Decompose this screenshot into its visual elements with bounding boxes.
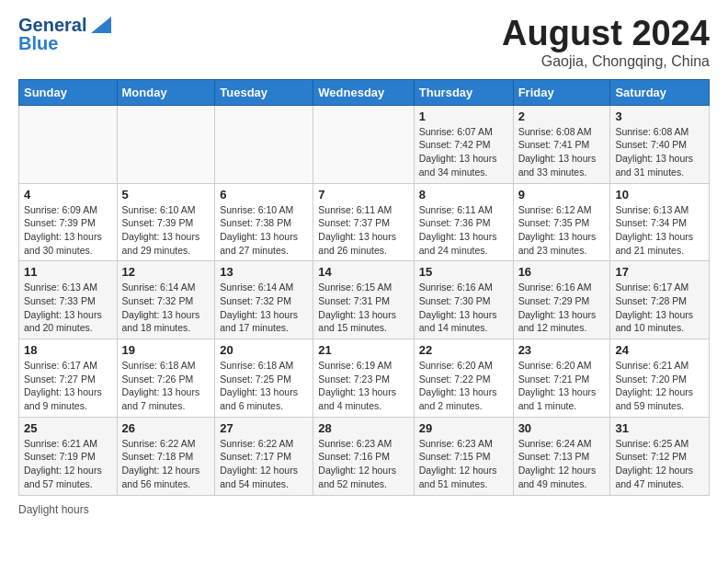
day-info: Sunrise: 6:20 AM Sunset: 7:21 PM Dayligh… xyxy=(518,359,606,413)
day-number: 8 xyxy=(419,188,508,201)
day-number: 17 xyxy=(615,265,704,279)
calendar-cell: 19Sunrise: 6:18 AM Sunset: 7:26 PM Dayli… xyxy=(117,339,215,418)
day-info: Sunrise: 6:10 AM Sunset: 7:38 PM Dayligh… xyxy=(220,203,308,258)
day-info: Sunrise: 6:14 AM Sunset: 7:32 PM Dayligh… xyxy=(220,281,308,335)
day-number: 21 xyxy=(318,343,408,357)
logo-icon xyxy=(91,17,111,33)
day-number: 9 xyxy=(518,188,606,201)
calendar-table: SundayMondayTuesdayWednesdayThursdayFrid… xyxy=(18,79,710,496)
day-number: 5 xyxy=(122,188,210,201)
calendar-cell xyxy=(117,105,215,183)
title-area: August 2024 Gaojia, Chongqing, China xyxy=(502,15,710,70)
calendar-cell: 26Sunrise: 6:22 AM Sunset: 7:18 PM Dayli… xyxy=(117,417,215,495)
calendar-cell: 30Sunrise: 6:24 AM Sunset: 7:13 PM Dayli… xyxy=(513,417,610,495)
day-number: 20 xyxy=(220,343,308,357)
calendar-week-5: 25Sunrise: 6:21 AM Sunset: 7:19 PM Dayli… xyxy=(19,417,710,495)
day-info: Sunrise: 6:18 AM Sunset: 7:25 PM Dayligh… xyxy=(220,359,308,413)
day-info: Sunrise: 6:13 AM Sunset: 7:34 PM Dayligh… xyxy=(615,203,704,258)
day-number: 14 xyxy=(318,265,408,279)
day-number: 18 xyxy=(24,343,112,357)
logo: General Blue xyxy=(18,15,111,53)
day-number: 22 xyxy=(419,343,508,357)
column-header-saturday: Saturday xyxy=(610,79,710,105)
calendar-cell: 24Sunrise: 6:21 AM Sunset: 7:20 PM Dayli… xyxy=(610,339,710,418)
logo-general: General xyxy=(18,15,86,35)
day-info: Sunrise: 6:16 AM Sunset: 7:29 PM Dayligh… xyxy=(518,281,606,335)
day-info: Sunrise: 6:20 AM Sunset: 7:22 PM Dayligh… xyxy=(419,359,508,413)
footer: Daylight hours xyxy=(18,503,710,516)
calendar-cell: 20Sunrise: 6:18 AM Sunset: 7:25 PM Dayli… xyxy=(215,339,313,418)
calendar-cell: 8Sunrise: 6:11 AM Sunset: 7:36 PM Daylig… xyxy=(414,183,513,261)
day-number: 7 xyxy=(318,188,408,201)
day-info: Sunrise: 6:15 AM Sunset: 7:31 PM Dayligh… xyxy=(318,281,408,335)
day-info: Sunrise: 6:11 AM Sunset: 7:36 PM Dayligh… xyxy=(419,203,508,258)
day-info: Sunrise: 6:25 AM Sunset: 7:12 PM Dayligh… xyxy=(615,437,704,491)
calendar-cell: 21Sunrise: 6:19 AM Sunset: 7:23 PM Dayli… xyxy=(313,339,414,418)
day-number: 6 xyxy=(220,188,308,201)
calendar-cell: 18Sunrise: 6:17 AM Sunset: 7:27 PM Dayli… xyxy=(19,339,118,418)
column-header-tuesday: Tuesday xyxy=(215,79,313,105)
day-info: Sunrise: 6:21 AM Sunset: 7:19 PM Dayligh… xyxy=(24,437,112,491)
calendar-cell: 23Sunrise: 6:20 AM Sunset: 7:21 PM Dayli… xyxy=(513,339,610,418)
day-number: 16 xyxy=(518,265,606,279)
page-title: August 2024 xyxy=(502,15,710,53)
calendar-week-4: 18Sunrise: 6:17 AM Sunset: 7:27 PM Dayli… xyxy=(19,339,710,418)
calendar-cell: 27Sunrise: 6:22 AM Sunset: 7:17 PM Dayli… xyxy=(215,417,313,495)
day-number: 1 xyxy=(419,109,508,123)
calendar-cell: 2Sunrise: 6:08 AM Sunset: 7:41 PM Daylig… xyxy=(513,105,610,183)
calendar-cell: 12Sunrise: 6:14 AM Sunset: 7:32 PM Dayli… xyxy=(117,261,215,339)
calendar-cell: 31Sunrise: 6:25 AM Sunset: 7:12 PM Dayli… xyxy=(610,417,710,495)
calendar-cell: 16Sunrise: 6:16 AM Sunset: 7:29 PM Dayli… xyxy=(513,261,610,339)
calendar-cell: 14Sunrise: 6:15 AM Sunset: 7:31 PM Dayli… xyxy=(313,261,414,339)
day-info: Sunrise: 6:17 AM Sunset: 7:27 PM Dayligh… xyxy=(24,359,112,413)
day-number: 15 xyxy=(419,265,508,279)
calendar-cell: 5Sunrise: 6:10 AM Sunset: 7:39 PM Daylig… xyxy=(117,183,215,261)
calendar-cell xyxy=(313,105,414,183)
day-info: Sunrise: 6:09 AM Sunset: 7:39 PM Dayligh… xyxy=(24,203,112,258)
svg-marker-0 xyxy=(91,17,111,33)
calendar-cell xyxy=(19,105,118,183)
calendar-cell: 9Sunrise: 6:12 AM Sunset: 7:35 PM Daylig… xyxy=(513,183,610,261)
day-info: Sunrise: 6:19 AM Sunset: 7:23 PM Dayligh… xyxy=(318,359,408,413)
calendar-cell: 11Sunrise: 6:13 AM Sunset: 7:33 PM Dayli… xyxy=(19,261,118,339)
column-header-monday: Monday xyxy=(117,79,215,105)
day-number: 26 xyxy=(122,421,210,435)
column-header-thursday: Thursday xyxy=(414,79,513,105)
day-info: Sunrise: 6:14 AM Sunset: 7:32 PM Dayligh… xyxy=(122,281,210,335)
day-info: Sunrise: 6:16 AM Sunset: 7:30 PM Dayligh… xyxy=(419,281,508,335)
calendar-cell: 7Sunrise: 6:11 AM Sunset: 7:37 PM Daylig… xyxy=(313,183,414,261)
calendar-cell: 1Sunrise: 6:07 AM Sunset: 7:42 PM Daylig… xyxy=(414,105,513,183)
day-info: Sunrise: 6:18 AM Sunset: 7:26 PM Dayligh… xyxy=(122,359,210,413)
day-number: 2 xyxy=(518,109,606,123)
day-number: 19 xyxy=(122,343,210,357)
day-info: Sunrise: 6:17 AM Sunset: 7:28 PM Dayligh… xyxy=(615,281,704,335)
column-header-wednesday: Wednesday xyxy=(313,79,414,105)
calendar-week-3: 11Sunrise: 6:13 AM Sunset: 7:33 PM Dayli… xyxy=(19,261,710,339)
day-info: Sunrise: 6:08 AM Sunset: 7:41 PM Dayligh… xyxy=(518,125,606,179)
calendar-cell: 17Sunrise: 6:17 AM Sunset: 7:28 PM Dayli… xyxy=(610,261,710,339)
day-number: 12 xyxy=(122,265,210,279)
day-info: Sunrise: 6:07 AM Sunset: 7:42 PM Dayligh… xyxy=(419,125,508,179)
calendar-cell: 13Sunrise: 6:14 AM Sunset: 7:32 PM Dayli… xyxy=(215,261,313,339)
day-info: Sunrise: 6:08 AM Sunset: 7:40 PM Dayligh… xyxy=(615,125,704,179)
day-number: 11 xyxy=(24,265,112,279)
calendar-cell: 28Sunrise: 6:23 AM Sunset: 7:16 PM Dayli… xyxy=(313,417,414,495)
calendar-week-1: 1Sunrise: 6:07 AM Sunset: 7:42 PM Daylig… xyxy=(19,105,710,183)
day-number: 25 xyxy=(24,421,112,435)
calendar-cell: 22Sunrise: 6:20 AM Sunset: 7:22 PM Dayli… xyxy=(414,339,513,418)
calendar-cell: 4Sunrise: 6:09 AM Sunset: 7:39 PM Daylig… xyxy=(19,183,118,261)
calendar-cell: 25Sunrise: 6:21 AM Sunset: 7:19 PM Dayli… xyxy=(19,417,118,495)
day-info: Sunrise: 6:13 AM Sunset: 7:33 PM Dayligh… xyxy=(24,281,112,335)
day-info: Sunrise: 6:11 AM Sunset: 7:37 PM Dayligh… xyxy=(318,203,408,258)
day-number: 28 xyxy=(318,421,408,435)
day-info: Sunrise: 6:12 AM Sunset: 7:35 PM Dayligh… xyxy=(518,203,606,258)
calendar-cell: 29Sunrise: 6:23 AM Sunset: 7:15 PM Dayli… xyxy=(414,417,513,495)
day-number: 3 xyxy=(615,109,704,123)
day-number: 10 xyxy=(615,188,704,201)
day-info: Sunrise: 6:22 AM Sunset: 7:17 PM Dayligh… xyxy=(220,437,308,491)
page-subtitle: Gaojia, Chongqing, China xyxy=(502,53,710,70)
calendar-cell: 3Sunrise: 6:08 AM Sunset: 7:40 PM Daylig… xyxy=(610,105,710,183)
header: General Blue August 2024 Gaojia, Chongqi… xyxy=(18,15,710,70)
calendar-cell: 15Sunrise: 6:16 AM Sunset: 7:30 PM Dayli… xyxy=(414,261,513,339)
daylight-label: Daylight hours xyxy=(18,503,89,516)
